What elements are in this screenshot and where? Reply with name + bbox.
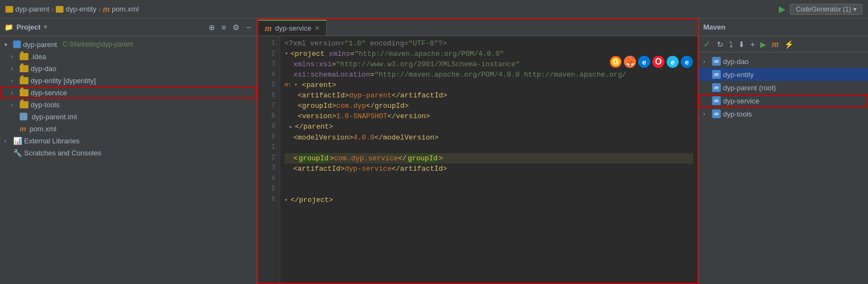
fold-marker-5[interactable]: ▾: [294, 80, 298, 90]
editor-tab-dyp-service[interactable]: m dyp-service ✕: [258, 20, 327, 36]
ie-icon[interactable]: e: [667, 56, 679, 68]
expand-arrow-maven-dao: ›: [703, 59, 710, 65]
tree-item-pom[interactable]: m pom.xml: [0, 123, 257, 135]
refresh-button[interactable]: ↻: [716, 39, 725, 50]
line-num-11: 1: [258, 142, 275, 153]
line-num-6: 6: [258, 90, 275, 101]
code-line-3-content: xmlns:xsi="http://www.w3.org/2001/XMLSch…: [293, 59, 520, 69]
breadcrumb-item-entity[interactable]: dyp-entity: [56, 5, 96, 13]
maven-module-icon-service: m: [712, 96, 721, 105]
collapse-button[interactable]: ≡: [220, 22, 228, 32]
code-line-6: <artifactId>dyp-parent</artifactId>: [285, 90, 693, 101]
tab-maven-icon: m: [265, 24, 271, 33]
tree-label-dyp-parent: dyp-parent: [23, 40, 57, 49]
code-line-14: [285, 174, 693, 184]
code-line-12: <groupId>com.dyp.service</groupId>: [285, 153, 693, 164]
line-num-8: 8: [258, 111, 275, 121]
run-button[interactable]: ▶: [759, 39, 767, 50]
module-icon: [13, 40, 21, 48]
maven-label-dyp-parent: dyp-parent (root): [723, 84, 776, 92]
folder-icon-entity: [20, 77, 28, 84]
add-button[interactable]: +: [749, 39, 756, 50]
tree-item-iml[interactable]: dyp-parent.iml: [0, 111, 257, 123]
firefox-icon[interactable]: 🦊: [624, 56, 636, 68]
maven-item-dyp-dao[interactable]: › m dyp-dao: [699, 55, 868, 68]
maven-item-dyp-tools[interactable]: › m dyp-tools: [699, 107, 868, 120]
maven-toolbar: ✓ ↻ ⤵ ⬇ + ▶ m ⚡: [699, 36, 868, 53]
tree-item-scratches[interactable]: 🔧 Scratches and Consoles: [0, 147, 257, 159]
code-line-7-content: <groupId>com.dyp</groupId>: [298, 101, 409, 111]
maven-file-icon: m: [103, 5, 109, 14]
line-num-4: 4: [258, 69, 275, 80]
maven-label-dyp-dao: dyp-dao: [723, 57, 749, 66]
line-num-7: 7: [258, 101, 275, 111]
maven-item-dyp-parent[interactable]: m dyp-parent (root): [699, 81, 868, 94]
code-line-9: ▸</parent>: [285, 121, 693, 132]
breadcrumb-sep-2: ›: [99, 6, 101, 13]
folder-icon-dao: [20, 65, 28, 72]
breadcrumb-label-entity: dyp-entity: [66, 5, 96, 13]
maven-button[interactable]: m: [771, 39, 779, 50]
code-line-4-content: xsi:schemaLocation="http://maven.apache.…: [293, 69, 627, 80]
code-line-13: <artifactId>dyp-service</artifactId>: [285, 164, 693, 174]
folder-icon-idea: [20, 53, 28, 60]
breadcrumb-item-parent[interactable]: dyp-parent: [5, 5, 49, 13]
locate-button[interactable]: ⊕: [207, 22, 217, 32]
breadcrumb-label-pom: pom.xml: [112, 5, 138, 13]
download-button[interactable]: ⬇: [737, 39, 746, 50]
maven-icon-pom: m: [20, 125, 27, 133]
code-area[interactable]: <?xml version="1.0" encoding="UTF-8"?> ▾…: [280, 36, 697, 283]
breadcrumb: dyp-parent › dyp-entity › m pom.xml: [5, 5, 138, 14]
tree-item-dyp-service[interactable]: › dyp-service: [0, 86, 257, 98]
expand-arrow-service: ›: [11, 90, 18, 96]
tree-item-dyp-parent[interactable]: ▾ dyp-parent C:\Marketing\dyp-parent: [0, 38, 257, 50]
tab-close-button[interactable]: ✕: [315, 25, 320, 32]
edge-old-icon[interactable]: e: [638, 56, 650, 68]
code-line-16-content: </project>: [291, 195, 333, 205]
check-icon: ✓: [703, 39, 710, 49]
top-bar: dyp-parent › dyp-entity › m pom.xml ▶ Co…: [0, 0, 868, 19]
tree-item-dyp-dao[interactable]: › dyp-dao: [0, 62, 257, 74]
editor-content: 1 2 3 4 5 6 7 8 9 0 1 2 3 4 5 6 <?xml: [258, 36, 697, 283]
fold-marker-2[interactable]: ▾: [285, 49, 288, 59]
sidebar-title-label: Project: [16, 23, 40, 31]
maven-item-dyp-entity[interactable]: m dyp-entity: [699, 68, 868, 81]
skip-button[interactable]: ⚡: [783, 39, 795, 50]
code-line-1: <?xml version="1.0" encoding="UTF-8"?>: [285, 38, 693, 49]
fold-marker-16[interactable]: ▸: [285, 195, 288, 205]
breadcrumb-item-pom[interactable]: m pom.xml: [103, 5, 139, 14]
main-content: 📁 Project ▾ ⊕ ≡ ⚙ − ▾ dyp-parent C:\Mark…: [0, 19, 868, 284]
maven-panel-title: Maven: [703, 23, 725, 31]
maven-module-icon-entity: m: [712, 70, 721, 79]
breadcrumb-label-parent: dyp-parent: [15, 5, 49, 13]
edge-icon[interactable]: e: [681, 56, 693, 68]
sidebar-header: 📁 Project ▾ ⊕ ≡ ⚙ −: [0, 19, 257, 36]
opera-icon[interactable]: O: [652, 56, 664, 68]
settings-button[interactable]: ⚙: [231, 22, 241, 32]
code-generator-button[interactable]: CodeGenerator (1) ▾: [790, 4, 863, 15]
tree-item-dyp-tools[interactable]: › dyp-tools: [0, 98, 257, 111]
minimize-button[interactable]: −: [245, 22, 252, 32]
chevron-down-icon: ▾: [853, 5, 857, 13]
tree-label-dyp-tools: dyp-tools: [31, 101, 60, 109]
chrome-icon[interactable]: G: [610, 56, 622, 68]
maven-module-icon-tools: m: [712, 109, 721, 118]
line-num-3: 3: [258, 59, 275, 69]
tree-item-dyp-entity[interactable]: › dyp-entity [dypentity]: [0, 74, 257, 86]
reimport-button[interactable]: ⤵: [728, 39, 734, 50]
run-icon: ▶: [779, 4, 785, 14]
code-line-5-content: <parent>: [302, 80, 336, 90]
tree-item-idea[interactable]: › .idea: [0, 50, 257, 62]
project-sidebar: 📁 Project ▾ ⊕ ≡ ⚙ − ▾ dyp-parent C:\Mark…: [0, 19, 257, 284]
tree-item-external[interactable]: › 📊 External Libraries: [0, 135, 257, 147]
tree-label-idea: .idea: [31, 53, 46, 61]
tree-label-path: C:\Marketing\dyp-parent: [62, 40, 133, 48]
sidebar-actions: ⊕ ≡ ⚙ −: [207, 22, 252, 32]
tree-label-scratches: Scratches and Consoles: [24, 149, 101, 157]
folder-icon-2: [56, 6, 63, 13]
maven-item-dyp-service[interactable]: m dyp-service: [699, 94, 868, 107]
expand-arrow-maven-tools: ›: [703, 111, 710, 117]
chevron-down-icon-sidebar: ▾: [44, 24, 47, 31]
code-line-15: [285, 184, 693, 195]
sidebar-title: 📁 Project ▾: [4, 23, 47, 31]
